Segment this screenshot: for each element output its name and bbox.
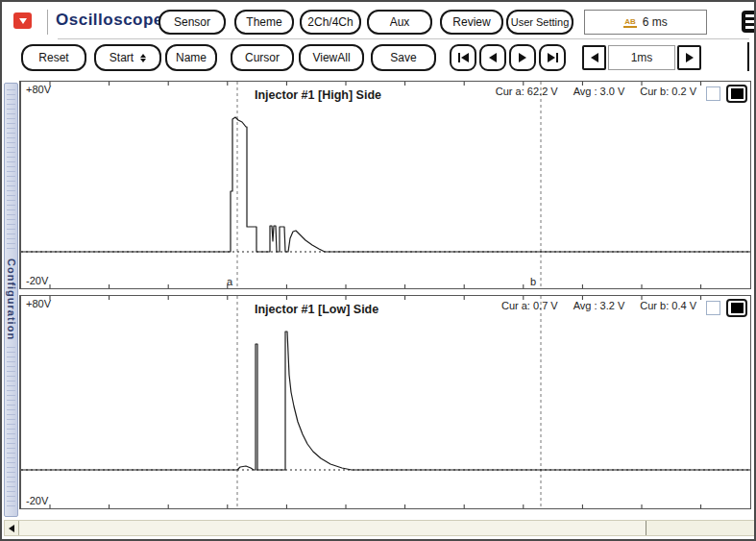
- channel-color-swatch[interactable]: [726, 299, 747, 317]
- cursor-readouts: Cur a: 0.7 V Avg : 3.2 V Cur b: 0.4 V: [501, 300, 696, 311]
- reset-button[interactable]: Reset: [21, 44, 86, 71]
- cur-a-value: 62.2 V: [527, 86, 558, 97]
- avg-value: 3.0 V: [600, 86, 625, 97]
- skip-end-button[interactable]: [539, 44, 566, 71]
- cur-a-value: 0.7 V: [533, 300, 558, 311]
- channel-title: Injector #1 [High] Side: [255, 88, 381, 102]
- skip-end-icon: [548, 53, 555, 62]
- avg-label: Avg :: [573, 300, 597, 311]
- waveform-plot[interactable]: [21, 82, 750, 288]
- y-min-label: -20V: [26, 275, 48, 286]
- step-back-button[interactable]: [479, 44, 506, 71]
- arrow-left-icon: [591, 53, 598, 62]
- review-button[interactable]: Review: [440, 10, 503, 35]
- timebase-next-button[interactable]: [677, 45, 701, 70]
- spinner-arrows-icon: [140, 54, 146, 62]
- grip-lines: [7, 89, 15, 253]
- channel-mode-button[interactable]: 2Ch/4Ch: [300, 10, 361, 35]
- cursor-b-label: b: [530, 276, 536, 287]
- cursor-button[interactable]: Cursor: [231, 44, 294, 71]
- channel-visibility-checkbox[interactable]: [706, 301, 720, 315]
- grip-lines: [7, 347, 15, 510]
- avg-value: 3.2 V: [600, 300, 625, 311]
- avg-label: Avg :: [573, 86, 597, 97]
- skip-start-icon: [458, 53, 460, 62]
- cur-b-label: Cur b:: [640, 86, 669, 97]
- channel-color-swatch[interactable]: [726, 85, 747, 103]
- oscilloscope-window: Oscilloscope Sensor Theme 2Ch/4Ch Aux Re…: [0, 0, 756, 541]
- sidebar-tab-configuration[interactable]: Configuration: [4, 83, 18, 517]
- cursor-readouts: Cur a: 62.2 V Avg : 3.0 V Cur b: 0.2 V: [496, 86, 696, 97]
- channel-title: Injector #1 [Low] Side: [255, 303, 378, 316]
- viewall-button[interactable]: ViewAll: [299, 44, 364, 71]
- cur-a-label: Cur a:: [496, 86, 524, 97]
- arrow-left-icon: [9, 525, 14, 532]
- name-button[interactable]: Name: [165, 44, 217, 71]
- save-button[interactable]: Save: [371, 44, 436, 71]
- skip-start-button[interactable]: [450, 44, 476, 71]
- ab-time-display: AB 6 ms: [584, 10, 707, 35]
- channel-panel-high-side: +80V -20V Injector #1 [High] Side Cur a:…: [19, 81, 751, 289]
- ab-time-value: 6 ms: [643, 15, 668, 29]
- y-min-label: -20V: [26, 495, 48, 506]
- step-back-icon: [489, 53, 497, 62]
- chevron-down-icon: [19, 18, 27, 24]
- cur-b-value: 0.4 V: [671, 300, 696, 311]
- user-setting-button[interactable]: User Setting: [506, 10, 573, 35]
- waveform-plot[interactable]: [21, 296, 750, 508]
- cur-b-value: 0.2 V: [671, 86, 696, 97]
- theme-button[interactable]: Theme: [234, 10, 294, 35]
- page-title: Oscilloscope: [56, 11, 163, 30]
- channel-visibility-checkbox[interactable]: [706, 86, 720, 101]
- ab-cursor-icon: AB: [623, 17, 637, 28]
- cur-a-label: Cur a:: [501, 300, 530, 311]
- scrollbar-thumb[interactable]: [19, 521, 646, 535]
- sensor-button[interactable]: Sensor: [159, 10, 226, 35]
- channel-panel-low-side: +80V -20V Injector #1 [Low] Side Cur a: …: [19, 295, 751, 509]
- step-forward-button[interactable]: [509, 44, 536, 71]
- scroll-left-button[interactable]: [5, 521, 19, 535]
- cursor-a-label: a: [227, 276, 232, 287]
- aux-button[interactable]: Aux: [367, 10, 432, 35]
- y-max-label: +80V: [26, 84, 51, 95]
- horizontal-scrollbar[interactable]: [4, 520, 756, 536]
- cur-b-label: Cur b:: [640, 300, 669, 311]
- step-forward-icon: [519, 53, 526, 62]
- sidebar-tab-label: Configuration: [6, 258, 17, 340]
- start-button-label: Start: [110, 51, 134, 64]
- toolbar-separator: [58, 38, 749, 39]
- arrow-right-icon: [686, 53, 694, 62]
- title-divider: [47, 10, 48, 35]
- window-edge-line: [747, 42, 749, 71]
- timebase-prev-button[interactable]: [582, 45, 606, 70]
- black-color-fill: [731, 88, 744, 99]
- menu-list-icon[interactable]: [742, 11, 756, 33]
- black-color-fill: [731, 303, 744, 313]
- app-menu-button[interactable]: [13, 12, 32, 29]
- y-max-label: +80V: [26, 298, 51, 309]
- timebase-field[interactable]: 1ms: [608, 45, 675, 70]
- start-button[interactable]: Start: [94, 44, 161, 71]
